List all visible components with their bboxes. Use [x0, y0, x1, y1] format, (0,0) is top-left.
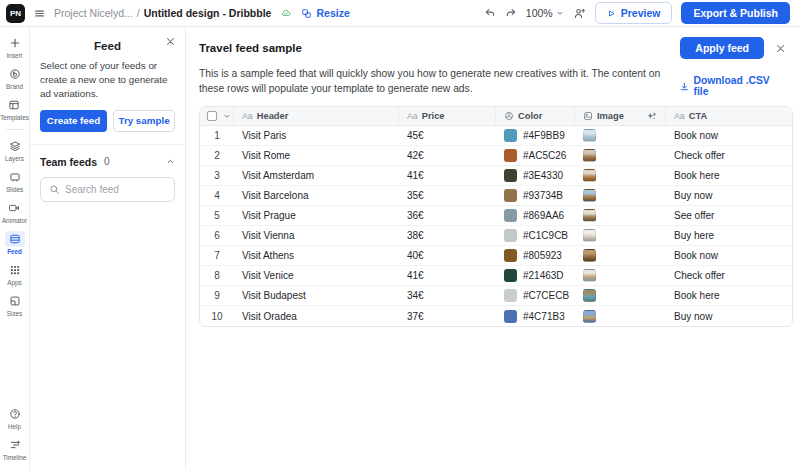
zoom-control[interactable]: 100%	[526, 7, 564, 19]
sidebar-item-timeline[interactable]: Timeline	[3, 437, 27, 461]
table-row[interactable]: 3 Visit Amsterdam 41€ #3E4330 Book here	[200, 166, 792, 186]
column-header-cta[interactable]: Aa CTA	[666, 107, 792, 125]
color-hex: #21463D	[523, 270, 564, 281]
table-row[interactable]: 1 Visit Paris 45€ #4F9BB9 Book now	[200, 126, 792, 146]
row-number: 1	[200, 130, 234, 141]
cell-price: 40€	[399, 250, 496, 261]
table-row[interactable]: 9 Visit Budapest 34€ #C7CECB Book here	[200, 286, 792, 306]
row-image-thumbnail[interactable]	[583, 289, 596, 302]
table-row[interactable]: 8 Visit Venice 41€ #21463D Check offer	[200, 266, 792, 286]
app-logo[interactable]: PN	[6, 4, 25, 23]
search-feed-box	[40, 177, 175, 202]
color-swatch[interactable]	[504, 129, 517, 142]
try-sample-button[interactable]: Try sample	[113, 110, 175, 132]
apps-grid-icon	[5, 262, 25, 278]
cell-color: #4C71B3	[496, 310, 575, 323]
row-number: 9	[200, 290, 234, 301]
cell-cta: Buy now	[666, 311, 792, 322]
cell-price: 42€	[399, 150, 496, 161]
sidebar-item-animator[interactable]: Animator	[2, 200, 27, 224]
team-feeds-section-header[interactable]: Team feeds 0	[40, 156, 175, 168]
sidebar-item-sizes[interactable]: Sizes	[5, 293, 25, 317]
row-image-thumbnail[interactable]	[583, 229, 596, 242]
breadcrumb-project[interactable]: Project Nicelyd...	[54, 7, 133, 19]
export-publish-button[interactable]: Export & Publish	[681, 2, 790, 24]
row-image-thumbnail[interactable]	[583, 269, 596, 282]
color-hex: #C7CECB	[523, 290, 569, 301]
table-row[interactable]: 2 Visit Rome 42€ #AC5C26 Check offer	[200, 146, 792, 166]
color-swatch[interactable]	[504, 169, 517, 182]
cell-cta: Buy here	[666, 230, 792, 241]
download-csv-link[interactable]: Download .CSV file	[679, 75, 793, 97]
help-icon	[5, 406, 25, 422]
preview-button[interactable]: Preview	[595, 2, 673, 24]
feed-panel-title: Feed	[94, 40, 121, 52]
color-swatch[interactable]	[504, 249, 517, 262]
cell-image	[575, 149, 666, 162]
table-row[interactable]: 6 Visit Vienna 38€ #C1C9CB Buy here	[200, 226, 792, 246]
cell-price: 36€	[399, 210, 496, 221]
icon-rail: Insert Brand Templates Layers Slides Ani…	[0, 27, 30, 470]
cell-header: Visit Oradea	[234, 311, 399, 322]
sidebar-item-apps[interactable]: Apps	[5, 262, 25, 286]
sizes-icon	[5, 293, 25, 309]
ai-add-column-icon[interactable]	[646, 111, 657, 122]
color-hex: #4F9BB9	[523, 130, 565, 141]
undo-button[interactable]	[484, 7, 496, 19]
close-icon[interactable]	[776, 44, 785, 53]
search-feed-input[interactable]	[65, 184, 166, 195]
cell-header: Visit Venice	[234, 270, 399, 281]
table-row[interactable]: 5 Visit Prague 36€ #869AA6 See offer	[200, 206, 792, 226]
layers-icon	[5, 138, 25, 154]
redo-button[interactable]	[505, 7, 517, 19]
cell-header: Visit Prague	[234, 210, 399, 221]
row-image-thumbnail[interactable]	[583, 129, 596, 142]
row-image-thumbnail[interactable]	[583, 149, 596, 162]
feed-panel-close-icon[interactable]	[166, 37, 175, 46]
color-swatch[interactable]	[504, 310, 517, 323]
column-header-header[interactable]: Aa Header	[234, 107, 399, 125]
apply-feed-button[interactable]: Apply feed	[680, 37, 764, 59]
color-hex: #3E4330	[523, 170, 563, 181]
color-swatch[interactable]	[504, 269, 517, 282]
row-image-thumbnail[interactable]	[583, 209, 596, 222]
feed-panel: Feed Select one of your feeds or create …	[30, 27, 186, 470]
sidebar-item-brand[interactable]: Brand	[5, 66, 25, 90]
select-all-checkbox[interactable]	[207, 111, 217, 121]
color-swatch[interactable]	[504, 209, 517, 222]
chevron-down-icon[interactable]	[223, 112, 231, 120]
cell-image	[575, 229, 666, 242]
invite-user-button[interactable]	[573, 7, 586, 20]
sidebar-item-templates[interactable]: Templates	[0, 97, 29, 121]
table-row[interactable]: 4 Visit Barcelona 35€ #93734B Buy now	[200, 186, 792, 206]
create-feed-button[interactable]: Create feed	[40, 110, 107, 132]
table-row[interactable]: 10 Visit Oradea 37€ #4C71B3 Buy now	[200, 306, 792, 326]
sidebar-item-slides[interactable]: Slides	[5, 169, 25, 193]
row-image-thumbnail[interactable]	[583, 189, 596, 202]
color-swatch[interactable]	[504, 229, 517, 242]
sidebar-item-layers[interactable]: Layers	[5, 138, 25, 162]
row-image-thumbnail[interactable]	[583, 310, 596, 323]
row-number: 5	[200, 210, 234, 221]
column-header-price[interactable]: Aa Price	[399, 107, 496, 125]
sidebar-item-insert[interactable]: Insert	[5, 35, 25, 59]
row-image-thumbnail[interactable]	[583, 169, 596, 182]
color-swatch[interactable]	[504, 189, 517, 202]
row-image-thumbnail[interactable]	[583, 249, 596, 262]
cell-cta: Check offer	[666, 270, 792, 281]
column-header-color[interactable]: Color	[496, 107, 575, 125]
cell-header: Visit Rome	[234, 150, 399, 161]
breadcrumb-design-title[interactable]: Untitled design - Dribbble	[144, 7, 272, 19]
zoom-level: 100%	[526, 7, 553, 19]
column-header-image[interactable]: Image	[575, 107, 666, 125]
sidebar-item-feed[interactable]: Feed	[5, 231, 25, 255]
color-wheel-icon	[504, 111, 514, 121]
menu-icon[interactable]	[34, 8, 45, 19]
sidebar-item-help[interactable]: Help	[5, 406, 25, 430]
resize-button[interactable]: Resize	[301, 7, 349, 19]
feed-panel-description: Select one of your feeds or create a new…	[40, 59, 175, 101]
table-row[interactable]: 7 Visit Athens 40€ #805923 Book now	[200, 246, 792, 266]
color-swatch[interactable]	[504, 149, 517, 162]
color-swatch[interactable]	[504, 289, 517, 302]
chevron-up-icon[interactable]	[166, 157, 175, 166]
